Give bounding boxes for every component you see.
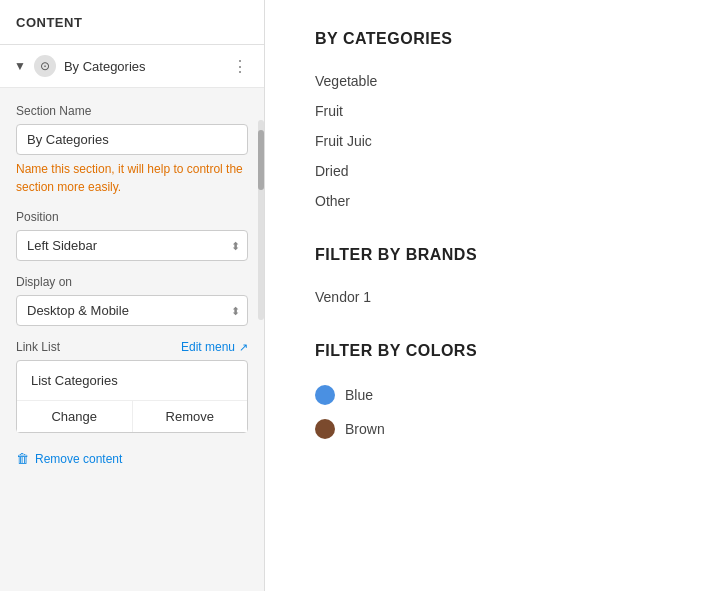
position-select-wrapper: Left Sidebar ⬍ — [16, 230, 248, 261]
color-swatch — [315, 419, 335, 439]
list-item: Fruit — [315, 96, 659, 126]
panel-header: CONTENT — [0, 0, 264, 45]
link-list-box: List Categories Change Remove — [16, 360, 248, 433]
list-item: Brown — [315, 412, 659, 446]
filter-by-brands-section: FILTER BY BRANDS Vendor 1 — [315, 246, 659, 312]
link-list-item: List Categories — [17, 361, 247, 401]
scrollbar-thumb[interactable] — [258, 130, 264, 190]
link-list-label: Link List — [16, 340, 60, 354]
filter-by-colors-section: FILTER BY COLORS BlueBrown — [315, 342, 659, 446]
link-list-header: Link List Edit menu ↗ — [16, 340, 248, 354]
filter-brands-title: FILTER BY BRANDS — [315, 246, 659, 264]
list-item: Fruit Juic — [315, 126, 659, 156]
list-item: Vegetable — [315, 66, 659, 96]
section-name-field: Section Name Name this section, it will … — [16, 104, 248, 196]
left-panel: CONTENT ▼ ⊙ By Categories ⋮ Section Name… — [0, 0, 265, 591]
list-item: Vendor 1 — [315, 282, 659, 312]
section-name-label: Section Name — [16, 104, 248, 118]
categories-list: VegetableFruitFruit JuicDriedOther — [315, 66, 659, 216]
section-name-input[interactable] — [16, 124, 248, 155]
color-name: Blue — [345, 387, 373, 403]
link-list-actions: Change Remove — [17, 401, 247, 432]
display-on-field: Display on Desktop & Mobile ⬍ — [16, 275, 248, 326]
trash-icon: 🗑 — [16, 451, 29, 466]
filter-colors-title: FILTER BY COLORS — [315, 342, 659, 360]
collapse-arrow-icon[interactable]: ▼ — [14, 59, 26, 73]
link-list-field: Link List Edit menu ↗ List Categories Ch… — [16, 340, 248, 433]
list-item: Other — [315, 186, 659, 216]
remove-button[interactable]: Remove — [133, 401, 248, 432]
position-field: Position Left Sidebar ⬍ — [16, 210, 248, 261]
panel-body: Section Name Name this section, it will … — [0, 88, 264, 486]
position-label: Position — [16, 210, 248, 224]
remove-content-label: Remove content — [35, 452, 122, 466]
position-select[interactable]: Left Sidebar — [16, 230, 248, 261]
scrollbar-track[interactable] — [258, 120, 264, 320]
display-on-select[interactable]: Desktop & Mobile — [16, 295, 248, 326]
section-bar: ▼ ⊙ By Categories ⋮ — [0, 45, 264, 88]
external-link-icon: ↗ — [239, 341, 248, 354]
display-on-label: Display on — [16, 275, 248, 289]
more-options-icon[interactable]: ⋮ — [232, 57, 250, 76]
by-categories-section: BY CATEGORIES VegetableFruitFruit JuicDr… — [315, 30, 659, 216]
list-item: Dried — [315, 156, 659, 186]
color-name: Brown — [345, 421, 385, 437]
right-panel: BY CATEGORIES VegetableFruitFruit JuicDr… — [265, 0, 709, 591]
section-bar-label: By Categories — [64, 59, 224, 74]
change-button[interactable]: Change — [17, 401, 133, 432]
remove-content-button[interactable]: 🗑 Remove content — [16, 447, 248, 470]
panel-title: CONTENT — [16, 15, 82, 30]
display-on-select-wrapper: Desktop & Mobile ⬍ — [16, 295, 248, 326]
list-item: Blue — [315, 378, 659, 412]
edit-menu-label: Edit menu — [181, 340, 235, 354]
color-swatch — [315, 385, 335, 405]
brands-list: Vendor 1 — [315, 282, 659, 312]
by-categories-title: BY CATEGORIES — [315, 30, 659, 48]
colors-list: BlueBrown — [315, 378, 659, 446]
section-icon: ⊙ — [34, 55, 56, 77]
edit-menu-link[interactable]: Edit menu ↗ — [181, 340, 248, 354]
section-name-hint: Name this section, it will help to contr… — [16, 160, 248, 196]
